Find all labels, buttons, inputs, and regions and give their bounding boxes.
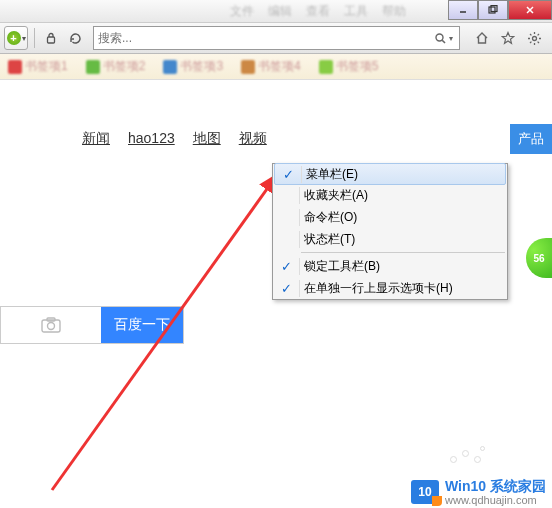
menu-item-command-bar[interactable]: 命令栏(O)	[273, 206, 507, 228]
search-go-button[interactable]: ▾	[432, 32, 455, 45]
svg-rect-1	[489, 7, 495, 13]
watermark-logo: 10	[411, 480, 439, 504]
menu-item-lock-toolbars[interactable]: ✓ 锁定工具栏(B)	[273, 255, 507, 277]
maximize-button[interactable]	[478, 0, 508, 20]
menu-blur-item: 工具	[344, 3, 368, 20]
svg-point-18	[48, 323, 55, 330]
check-icon: ✓	[275, 167, 301, 182]
menu-item-favorites-bar[interactable]: 收藏夹栏(A)	[273, 184, 507, 206]
home-icon[interactable]	[472, 28, 492, 48]
bookmark-item[interactable]: 书签项2	[86, 58, 146, 75]
menu-item-status-bar[interactable]: 状态栏(T)	[273, 228, 507, 250]
menu-blur-item: 查看	[306, 3, 330, 20]
menu-blur-item: 文件	[230, 3, 254, 20]
lock-icon[interactable]	[41, 28, 61, 48]
check-icon: ✓	[273, 281, 299, 296]
watermark-title: Win10 系统家园	[445, 479, 546, 494]
gear-icon[interactable]	[524, 28, 544, 48]
svg-point-6	[436, 34, 443, 41]
green-accelerator-ball[interactable]: 56	[526, 238, 552, 278]
bookmark-item[interactable]: 书签项5	[319, 58, 379, 75]
nav-link-hao123[interactable]: hao123	[128, 130, 175, 148]
svg-line-16	[537, 34, 538, 35]
svg-rect-17	[42, 320, 60, 332]
toolbar-context-menu: ✓ 菜单栏(E) 收藏夹栏(A) 命令栏(O) 状态栏(T) ✓ 锁定工具栏(B…	[272, 163, 508, 300]
separator	[34, 28, 35, 48]
menu-item-label: 在单独一行上显示选项卡(H)	[299, 280, 507, 297]
refresh-icon[interactable]	[65, 28, 85, 48]
toolbar: + ▾ ▾	[0, 22, 552, 54]
menu-item-label: 菜单栏(E)	[301, 166, 505, 183]
star-icon[interactable]	[498, 28, 518, 48]
svg-rect-5	[48, 37, 55, 43]
minimize-button[interactable]	[448, 0, 478, 20]
nav-link-map[interactable]: 地图	[193, 130, 221, 148]
watermark: 10 Win10 系统家园 www.qdhuajin.com	[411, 479, 546, 506]
svg-line-14	[537, 41, 538, 42]
menu-bar-blurred: 文件 编辑 查看 工具 帮助	[0, 0, 552, 22]
svg-line-7	[442, 40, 445, 43]
nav-link-video[interactable]: 视频	[239, 130, 267, 148]
bookmark-bar: 书签项1 书签项2 书签项3 书签项4 书签项5	[0, 54, 552, 80]
plus-icon: +	[7, 31, 21, 45]
bookmark-item[interactable]: 书签项4	[241, 58, 301, 75]
new-tab-button[interactable]: + ▾	[4, 26, 28, 50]
page-content: 新闻 hao123 地图 视频 产品 56 百度一下 ✓ 菜单栏(E) 收藏夹栏…	[0, 80, 552, 508]
menu-blur-item: 编辑	[268, 3, 292, 20]
magnifier-icon	[434, 32, 447, 45]
close-button[interactable]	[508, 0, 552, 20]
svg-line-15	[530, 41, 531, 42]
product-button[interactable]: 产品	[510, 124, 552, 154]
baidu-search-button[interactable]: 百度一下	[101, 307, 183, 343]
baidu-nav: 新闻 hao123 地图 视频	[82, 130, 267, 148]
decorative-dots	[432, 450, 522, 470]
window-controls	[448, 0, 552, 20]
menu-item-menubar[interactable]: ✓ 菜单栏(E)	[274, 163, 506, 185]
camera-icon[interactable]	[1, 307, 101, 343]
bookmark-item[interactable]: 书签项1	[8, 58, 68, 75]
menu-item-label: 收藏夹栏(A)	[299, 187, 507, 204]
chevron-down-icon: ▾	[449, 34, 453, 43]
nav-link-news[interactable]: 新闻	[82, 130, 110, 148]
menu-separator	[301, 252, 505, 253]
menu-item-label: 命令栏(O)	[299, 209, 507, 226]
check-icon: ✓	[273, 259, 299, 274]
menu-blur-item: 帮助	[382, 3, 406, 20]
menu-item-tabs-separate-row[interactable]: ✓ 在单独一行上显示选项卡(H)	[273, 277, 507, 299]
svg-point-8	[532, 36, 536, 40]
bookmark-item[interactable]: 书签项3	[163, 58, 223, 75]
search-box: ▾	[93, 26, 460, 50]
svg-line-13	[530, 34, 531, 35]
chevron-down-icon: ▾	[22, 34, 26, 43]
watermark-url: www.qdhuajin.com	[445, 494, 546, 506]
menu-item-label: 状态栏(T)	[299, 231, 507, 248]
baidu-search-bar: 百度一下	[0, 306, 184, 344]
right-icons	[468, 28, 548, 48]
search-input[interactable]	[98, 31, 432, 45]
menu-item-label: 锁定工具栏(B)	[299, 258, 507, 275]
